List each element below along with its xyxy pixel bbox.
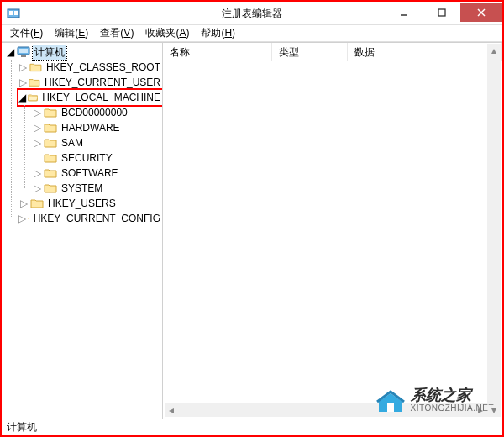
tree-label: HKEY_USERS [46, 197, 118, 209]
menubar: 文件(F) 编辑(E) 查看(V) 收藏夹(A) 帮助(H) [2, 25, 502, 42]
maximize-icon [438, 8, 446, 17]
expander-icon[interactable]: ◢ [18, 92, 26, 103]
folder-icon [44, 152, 57, 164]
tree-label: SYSTEM [60, 182, 104, 194]
tree-node-sam[interactable]: ▷ SAM [32, 135, 162, 150]
menu-file[interactable]: 文件(F) [5, 25, 48, 41]
svg-rect-1 [9, 11, 13, 13]
expander-icon[interactable]: ▷ [32, 183, 42, 193]
scroll-down-icon[interactable]: ▾ [487, 403, 501, 417]
tree-pane[interactable]: ◢ 计算机 ▷ HKEY_CLASSES_ROOT ▷ HKEY_CURRENT… [2, 43, 163, 419]
column-header-data[interactable]: 数据 [348, 43, 502, 61]
tree-node-hkcu[interactable]: ▷ HKEY_CURRENT_USER [18, 75, 162, 90]
minimize-button[interactable] [385, 3, 423, 22]
vertical-scrollbar[interactable]: ▴ ▾ [487, 44, 501, 417]
tree-label: SECURITY [60, 152, 114, 164]
minimize-icon [400, 8, 408, 17]
tree-node-hkcc[interactable]: ▷ HKEY_CURRENT_CONFIG [18, 211, 162, 226]
tree-node-hku[interactable]: ▷ HKEY_USERS [18, 196, 162, 211]
tree-node-system[interactable]: ▷ SYSTEM [32, 181, 162, 196]
svg-rect-2 [9, 13, 13, 15]
folder-icon [29, 76, 40, 88]
column-header-type[interactable]: 类型 [272, 43, 348, 61]
svg-rect-9 [19, 49, 28, 53]
computer-icon [17, 46, 30, 58]
titlebar-left [2, 7, 24, 20]
column-header-name[interactable]: 名称 [163, 43, 272, 61]
tree-label: BCD00000000 [60, 107, 129, 118]
expander-icon[interactable]: ▷ [18, 198, 29, 208]
tree-label: HKEY_LOCAL_MACHINE [40, 92, 162, 103]
tree-label: 计算机 [33, 45, 66, 60]
folder-icon [44, 107, 57, 118]
tree-label: HARDWARE [60, 122, 122, 134]
tree-node-hardware[interactable]: ▷ HARDWARE [32, 120, 162, 135]
folder-icon [44, 137, 57, 149]
horizontal-scrollbar[interactable]: ◂ ▸ [165, 403, 487, 417]
expander-icon[interactable]: ▷ [18, 77, 27, 87]
scroll-up-icon[interactable]: ▴ [487, 44, 501, 57]
maximize-button[interactable] [423, 3, 460, 22]
close-button[interactable] [460, 3, 502, 22]
folder-icon [44, 122, 57, 134]
tree-label: HKEY_CURRENT_CONFIG [32, 213, 162, 224]
tree-label: HKEY_CURRENT_USER [43, 76, 162, 88]
titlebar[interactable]: 注册表编辑器 [2, 2, 502, 25]
expander-icon[interactable]: ▷ [18, 213, 26, 224]
content-area: ◢ 计算机 ▷ HKEY_CLASSES_ROOT ▷ HKEY_CURRENT… [2, 42, 502, 419]
title-text: 注册表编辑器 [222, 7, 282, 21]
expander-icon[interactable]: ▷ [32, 108, 42, 118]
app-icon [7, 7, 20, 20]
tree-label: SOFTWARE [60, 167, 120, 179]
expander-icon[interactable]: ▷ [32, 168, 42, 178]
list-header: 名称 类型 数据 [163, 43, 502, 61]
menu-view[interactable]: 查看(V) [95, 25, 139, 41]
folder-icon [44, 167, 57, 179]
tree-label: SAM [60, 137, 85, 149]
statusbar: 计算机 [2, 419, 502, 435]
expander-spacer [32, 153, 42, 163]
tree-root-computer[interactable]: ◢ 计算机 [5, 45, 162, 60]
statusbar-path: 计算机 [7, 420, 37, 434]
folder-icon [30, 197, 44, 209]
scroll-left-icon[interactable]: ◂ [165, 403, 178, 417]
window-controls [385, 4, 502, 22]
folder-icon [44, 182, 57, 194]
tree-node-hkcr[interactable]: ▷ HKEY_CLASSES_ROOT [18, 60, 162, 75]
svg-rect-3 [14, 11, 18, 15]
tree-label: HKEY_CLASSES_ROOT [45, 61, 162, 73]
expander-icon[interactable]: ◢ [5, 47, 15, 57]
list-body[interactable] [163, 61, 502, 419]
expander-icon[interactable]: ▷ [32, 138, 42, 148]
close-icon [477, 8, 486, 17]
tree-node-software[interactable]: ▷ SOFTWARE [32, 166, 162, 181]
folder-icon [29, 61, 42, 73]
scroll-right-icon[interactable]: ▸ [474, 403, 487, 417]
menu-help[interactable]: 帮助(H) [196, 25, 240, 41]
svg-rect-10 [21, 55, 26, 57]
expander-icon[interactable]: ▷ [18, 62, 28, 72]
folder-icon [28, 213, 29, 224]
list-pane: 名称 类型 数据 [163, 43, 502, 419]
menu-edit[interactable]: 编辑(E) [50, 25, 93, 41]
tree-node-hklm[interactable]: ◢ HKEY_LOCAL_MACHINE [18, 90, 162, 105]
tree-node-security[interactable]: SECURITY [32, 150, 162, 166]
folder-open-icon [28, 92, 38, 103]
svg-rect-5 [438, 9, 445, 16]
menu-favorites[interactable]: 收藏夹(A) [140, 25, 194, 41]
tree-node-bcd[interactable]: ▷ BCD00000000 [32, 105, 162, 120]
registry-editor-window: 注册表编辑器 文件(F) 编辑(E) 查看(V) 收藏夹(A) 帮助(H) ◢ [2, 2, 502, 435]
expander-icon[interactable]: ▷ [32, 123, 42, 133]
